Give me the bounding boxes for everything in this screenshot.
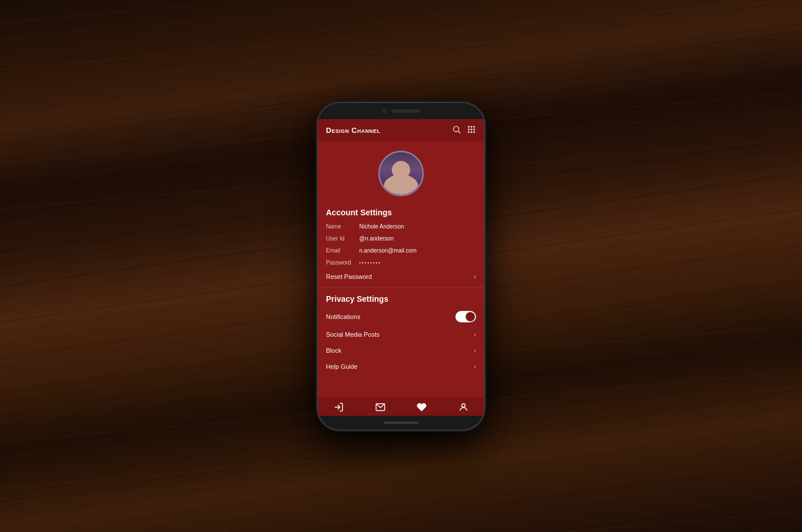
nav-profile[interactable] xyxy=(458,402,469,412)
phone-screen: Design Channel xyxy=(318,119,484,416)
nav-heart[interactable] xyxy=(416,402,427,412)
password-dots: •••••••• xyxy=(359,260,381,265)
svg-rect-2 xyxy=(468,126,470,128)
svg-rect-10 xyxy=(473,131,475,133)
social-media-chevron: › xyxy=(474,330,476,338)
svg-rect-5 xyxy=(468,128,470,130)
svg-rect-6 xyxy=(471,128,473,130)
avatar xyxy=(378,151,424,196)
help-guide-chevron: › xyxy=(474,362,476,371)
privacy-settings-title: Privacy Settings xyxy=(318,290,484,307)
header-icons xyxy=(452,125,476,136)
name-row: Name Nichole Anderson xyxy=(318,220,484,232)
help-guide-label: Help Guide xyxy=(326,363,357,370)
help-guide-row[interactable]: Help Guide › xyxy=(318,358,484,375)
svg-rect-4 xyxy=(473,126,475,128)
password-row: Password •••••••• xyxy=(318,257,484,269)
block-label: Block xyxy=(326,347,341,354)
phone-mockup: Design Channel xyxy=(318,103,484,429)
svg-point-13 xyxy=(462,404,465,407)
svg-rect-3 xyxy=(471,126,473,128)
app-header: Design Channel xyxy=(318,119,484,141)
block-chevron: › xyxy=(474,346,476,354)
phone-top-bar xyxy=(318,103,484,119)
nav-mail[interactable] xyxy=(375,402,386,412)
phone-speaker xyxy=(391,109,420,113)
reset-password-chevron: › xyxy=(474,273,476,281)
userid-row: User Id @n.anderson xyxy=(318,232,484,245)
notifications-label: Notifications xyxy=(326,313,360,320)
reset-password-row[interactable]: Reset Password › xyxy=(318,269,484,285)
name-value: Nichole Anderson xyxy=(359,223,476,230)
svg-rect-9 xyxy=(471,131,473,133)
notifications-toggle[interactable] xyxy=(455,311,476,322)
avatar-face xyxy=(380,152,422,195)
phone-bottom-bar xyxy=(318,416,484,429)
block-row[interactable]: Block › xyxy=(318,342,484,358)
app-title: Design Channel xyxy=(326,126,380,135)
bottom-nav xyxy=(318,397,484,416)
social-media-row[interactable]: Social Media Posts › xyxy=(318,326,484,342)
userid-label: User Id xyxy=(326,235,359,242)
svg-rect-8 xyxy=(468,131,470,133)
phone-device: Design Channel xyxy=(318,103,484,429)
email-value: n.anderson@mail.com xyxy=(359,247,476,254)
avatar-section xyxy=(318,141,484,203)
phone-camera xyxy=(382,109,387,113)
svg-point-0 xyxy=(454,126,459,131)
social-media-label: Social Media Posts xyxy=(326,331,380,338)
svg-line-1 xyxy=(458,131,461,133)
menu-grid-icon[interactable] xyxy=(467,125,476,136)
home-indicator xyxy=(384,421,418,424)
userid-value: @n.anderson xyxy=(359,235,476,242)
section-divider xyxy=(318,287,484,287)
name-label: Name xyxy=(326,223,359,230)
notifications-row: Notifications xyxy=(318,307,484,326)
password-label: Password xyxy=(326,259,359,266)
reset-password-label: Reset Password xyxy=(326,273,372,280)
app-content[interactable]: Account Settings Name Nichole Anderson U… xyxy=(318,203,484,397)
email-label: Email xyxy=(326,247,359,254)
email-row: Email n.anderson@mail.com xyxy=(318,245,484,257)
svg-rect-7 xyxy=(473,128,475,130)
nav-login[interactable] xyxy=(333,402,344,412)
search-icon[interactable] xyxy=(452,125,461,136)
account-settings-title: Account Settings xyxy=(318,203,484,220)
